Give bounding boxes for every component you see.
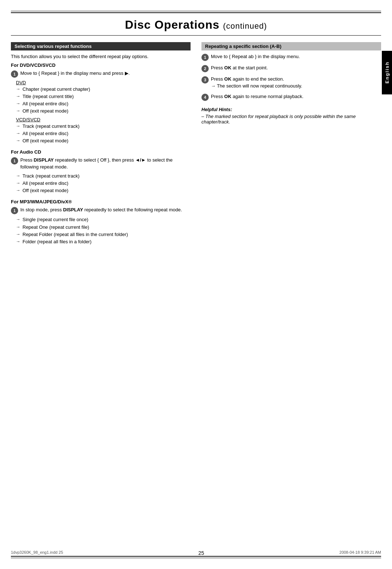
dvd-label: DVD	[16, 80, 191, 85]
arrow-icon: →	[16, 108, 20, 114]
mp3-header: For MP3/WMA/JPEG/DivX®	[11, 199, 191, 204]
dvd-step1-arrow: ▶	[125, 70, 128, 76]
audio-step1: 1 Press DISPLAY repeatedly to select { O…	[11, 157, 191, 171]
repeat-ab-step4: 4 Press OK again to resume normal playba…	[201, 93, 381, 101]
arrow-icon: →	[16, 224, 20, 230]
arrow-icon: →	[16, 239, 20, 245]
dvd-item-1: → Chapter (repeat current chapter)	[16, 86, 191, 93]
page-title: Disc Operations (continued)	[0, 0, 392, 35]
top-border-outer	[11, 11, 381, 11]
repeat-ab-step1-text: Move to { Repeat ab } in the display men…	[211, 53, 381, 60]
audio-step1-text: Press DISPLAY repeatedly to select { Off…	[20, 157, 191, 171]
dvd-item-2: → Title (repeat current title)	[16, 93, 191, 100]
dvd-item-3: → All (repeat entire disc)	[16, 101, 191, 107]
step-number-3: 3	[201, 76, 209, 84]
repeat-ab-step4-text: Press OK again to resume normal playback…	[211, 93, 381, 100]
audio-item-1: → Track (repeat current track)	[16, 173, 191, 179]
language-tab: English	[382, 51, 392, 94]
right-column: Repeating a specific section (A-B) 1 Mov…	[198, 42, 381, 250]
page: English Disc Operations (continued) Sele…	[0, 0, 392, 569]
audio-cd-header: For Audio CD	[11, 149, 191, 155]
mp3-step-number-1: 1	[11, 207, 18, 214]
footer: 1dvp3260K_98_eng1.indd 25 25 2008-04-18 …	[11, 550, 381, 556]
arrow-icon: →	[16, 173, 20, 179]
dvd-step1-text: Move to { Repeat } in the display menu a…	[20, 70, 191, 77]
repeat-ab-step2-text: Press OK at the start point.	[211, 65, 381, 72]
arrow-icon: →	[16, 187, 20, 194]
arrow-icon: →	[16, 138, 20, 144]
repeat-ab-step2: 2 Press OK at the start point.	[201, 65, 381, 72]
footer-left: 1dvp3260K_98_eng1.indd 25	[11, 550, 63, 556]
arrow-icon: →	[16, 123, 20, 129]
vcd-arrow-list: VCD/SVCD → Track (repeat current track) …	[16, 117, 191, 145]
vcd-item-3: → Off (exit repeat mode)	[16, 138, 191, 144]
helpful-hints: Helpful Hints: – The marked section for …	[201, 107, 381, 125]
step-number-1: 1	[201, 54, 209, 61]
repeat-ab-header: Repeating a specific section (A-B)	[201, 42, 381, 50]
selecting-repeat-intro: This function allows you to select the d…	[11, 53, 191, 60]
footer-right: 2008-04-18 9:39:21 AM	[339, 550, 381, 556]
dvd-arrow-list: DVD → Chapter (repeat current chapter) →…	[16, 80, 191, 115]
repeat-ab-step1: 1 Move to { Repeat ab } in the display m…	[201, 53, 381, 61]
bottom-border-outer	[11, 558, 381, 558]
selecting-repeat-header: Selecting various repeat functions	[11, 42, 191, 50]
mp3-arrow-list: → Single (repeat current file once) → Re…	[16, 216, 191, 245]
vcd-label: VCD/SVCD	[16, 117, 191, 122]
page-number: 25	[199, 550, 204, 556]
arrow-icon: →	[16, 216, 20, 223]
mp3-item-4: → Folder (repeat all files in a folder)	[16, 239, 191, 245]
bottom-border-inner	[11, 556, 381, 557]
repeat-ab-step3-text: Press OK again to end the section. → The…	[211, 76, 381, 90]
mp3-section: For MP3/WMA/JPEG/DivX® 1 In stop mode, p…	[11, 199, 191, 245]
arrow-icon: →	[16, 180, 20, 186]
top-border-inner	[11, 12, 381, 13]
hints-text: – The marked section for repeat playback…	[201, 114, 381, 125]
mp3-item-2: → Repeat One (repeat current file)	[16, 224, 191, 231]
content-area: Selecting various repeat functions This …	[0, 36, 392, 250]
arrow-icon: →	[16, 101, 20, 107]
selecting-repeat-section: Selecting various repeat functions This …	[11, 42, 191, 144]
step-number-1: 1	[11, 70, 18, 78]
audio-item-2: → All (repeat entire disc)	[16, 180, 191, 187]
vcd-item-1: → Track (repeat current track)	[16, 123, 191, 130]
mp3-step1: 1 In stop mode, press DISPLAY repeatedly…	[11, 207, 191, 214]
hints-title: Helpful Hints:	[201, 107, 381, 112]
audio-step-number-1: 1	[11, 157, 18, 164]
arrow-icon: →	[16, 130, 20, 137]
audio-cd-section: For Audio CD 1 Press DISPLAY repeatedly …	[11, 149, 191, 194]
audio-item-3: → Off (exit repeat mode)	[16, 187, 191, 194]
left-column: Selecting various repeat functions This …	[11, 42, 191, 250]
step-number-4: 4	[201, 94, 209, 101]
mp3-item-1: → Single (repeat current file once)	[16, 216, 191, 223]
dvd-subheader: For DVD/VCD/SVCD	[11, 62, 191, 68]
arrow-icon: →	[16, 86, 20, 92]
step-number-2: 2	[201, 65, 209, 72]
audio-arrow-list: → Track (repeat current track) → All (re…	[16, 173, 191, 194]
mp3-item-3: → Repeat Folder (repeat all files in the…	[16, 231, 191, 238]
repeat-ab-section: Repeating a specific section (A-B) 1 Mov…	[201, 42, 381, 125]
vcd-item-2: → All (repeat entire disc)	[16, 130, 191, 137]
repeat-ab-step3: 3 Press OK again to end the section. → T…	[201, 76, 381, 90]
mp3-step1-text: In stop mode, press DISPLAY repeatedly t…	[20, 207, 191, 214]
arrow-icon: →	[16, 93, 20, 99]
arrow-icon: →	[16, 231, 20, 237]
dvd-item-4: → Off (exit repeat mode)	[16, 108, 191, 114]
dvd-step1: 1 Move to { Repeat } in the display menu…	[11, 70, 191, 78]
